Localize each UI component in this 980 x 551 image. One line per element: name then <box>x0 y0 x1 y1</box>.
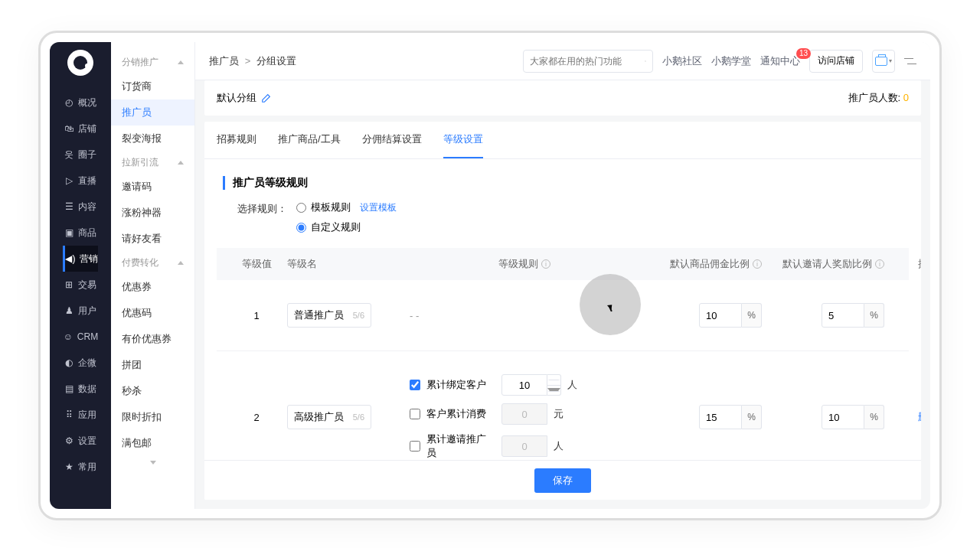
bag-icon: 🛍 <box>64 123 74 134</box>
sub-item-推广员[interactable]: 推广员 <box>111 99 194 126</box>
edit-icon[interactable] <box>261 93 272 103</box>
swap-icon <box>904 57 916 66</box>
video-icon: ▷ <box>64 175 74 186</box>
nav-常用[interactable]: ★常用 <box>63 454 98 480</box>
th-invite: 默认邀请人奖励比例i <box>762 257 884 271</box>
link-community[interactable]: 小鹅社区 <box>662 54 702 68</box>
level-name-input[interactable]: 普通推广员5/6 <box>287 303 371 328</box>
level-table: 等级值 等级名 等级规则i 默认商品佣金比例i 默认邀请人奖励比例i 操作 1 … <box>217 248 909 484</box>
nav-用户[interactable]: ♟用户 <box>63 298 98 324</box>
search-icon <box>645 56 646 67</box>
people-icon: 웃 <box>64 149 74 160</box>
nav-交易[interactable]: ⊞交易 <box>63 272 98 298</box>
nav-数据[interactable]: ▤数据 <box>63 376 98 402</box>
nav-内容[interactable]: ☰内容 <box>63 194 98 220</box>
template-settings-link[interactable]: 设置模板 <box>360 201 397 214</box>
search-input[interactable] <box>530 56 645 67</box>
th-level-val: 等级值 <box>226 257 287 271</box>
cell-level: 1 <box>226 310 287 321</box>
nav-营销[interactable]: ◀)营销 <box>63 246 98 272</box>
spinner[interactable] <box>547 374 561 396</box>
sub-group-拉新引流[interactable]: 拉新引流 <box>111 152 194 174</box>
nav-CRM[interactable]: ☺CRM <box>63 324 98 350</box>
sub-item-秒杀[interactable]: 秒杀 <box>111 378 194 404</box>
rule-checkbox[interactable] <box>410 409 420 419</box>
info-icon[interactable]: i <box>875 259 884 269</box>
gear-icon: ⚙ <box>64 435 74 446</box>
print-button[interactable]: ▾ <box>872 50 895 73</box>
sub-group-付费转化[interactable]: 付费转化 <box>111 252 194 274</box>
radio-custom[interactable]: 自定义规则 <box>296 220 397 234</box>
user-icon: ♟ <box>64 305 74 316</box>
cell-level: 2 <box>226 412 287 423</box>
sub-item-订货商[interactable]: 订货商 <box>111 73 194 99</box>
nav-店铺[interactable]: 🛍店铺 <box>63 116 98 142</box>
sub-item-优惠券[interactable]: 优惠券 <box>111 274 194 300</box>
visit-shop-button[interactable]: 访问店铺 <box>809 50 863 73</box>
radio-template[interactable]: 模板规则 设置模板 <box>296 201 397 214</box>
nav-商品[interactable]: ▣商品 <box>63 220 98 246</box>
rule-checkbox[interactable] <box>410 441 420 452</box>
sub-item-请好友看[interactable]: 请好友看 <box>111 226 194 252</box>
group-name: 默认分组 <box>217 91 256 105</box>
rule-checkbox[interactable] <box>410 380 420 390</box>
sub-item-优惠码[interactable]: 优惠码 <box>111 300 194 326</box>
chevron-up-icon <box>178 161 184 165</box>
level-name-input[interactable]: 高级推广员5/6 <box>287 405 371 429</box>
cell-rules: 累计绑定客户 人 客户累计消费 元 累计邀请推广员 人 <box>410 374 639 460</box>
breadcrumb: 推广员 > 分组设置 <box>209 54 296 68</box>
cell-rules: - - <box>410 310 639 321</box>
nav-设置[interactable]: ⚙设置 <box>63 428 98 454</box>
delete-link[interactable]: 删除 <box>918 411 921 422</box>
sub-item-有价优惠券[interactable]: 有价优惠券 <box>111 326 194 352</box>
sub-item-裂变海报[interactable]: 裂变海报 <box>111 126 194 152</box>
nav-概况[interactable]: ◴概况 <box>63 90 98 116</box>
rule-select-label: 选择规则： <box>226 201 287 216</box>
nav-圈子[interactable]: 웃圈子 <box>63 142 98 168</box>
sub-group-分销推广[interactable]: 分销推广 <box>111 51 194 73</box>
tab-等级设置[interactable]: 等级设置 <box>443 122 483 158</box>
save-bar: 保存 <box>204 460 921 500</box>
invite-input[interactable] <box>822 405 864 429</box>
rule-line: 累计邀请推广员 人 <box>410 432 639 460</box>
tab-body: 推广员等级规则 选择规则： 模板规则 设置模板 自定义规则 <box>204 159 921 500</box>
clock-icon: ◴ <box>64 97 74 108</box>
nav-企微[interactable]: ◐企微 <box>63 350 98 376</box>
printer-icon <box>875 57 887 66</box>
star-icon: ★ <box>64 461 74 472</box>
nav-直播[interactable]: ▷直播 <box>63 168 98 194</box>
nav-应用[interactable]: ⠿应用 <box>63 402 98 428</box>
invite-input[interactable] <box>822 303 864 328</box>
notify-badge: 13 <box>796 48 811 59</box>
info-icon[interactable]: i <box>541 259 550 269</box>
tab-招募规则[interactable]: 招募规则 <box>217 122 256 158</box>
tab-分佣结算设置[interactable]: 分佣结算设置 <box>362 122 422 158</box>
sub-item-拼团[interactable]: 拼团 <box>111 352 194 378</box>
th-comm: 默认商品佣金比例i <box>639 257 762 271</box>
swap-button[interactable] <box>904 57 916 66</box>
info-icon[interactable]: i <box>753 259 762 269</box>
sub-item-涨粉神器[interactable]: 涨粉神器 <box>111 200 194 226</box>
main-nav: ◴概况🛍店铺웃圈子▷直播☰内容▣商品◀)营销⊞交易♟用户☺CRM◐企微▤数据⠿应… <box>50 42 111 509</box>
link-school[interactable]: 小鹅学堂 <box>711 54 751 68</box>
promoter-count: 推广员人数: 0 <box>848 91 909 105</box>
save-button[interactable]: 保存 <box>534 468 591 493</box>
cell-op: - - <box>884 310 921 321</box>
apps-icon: ⠿ <box>64 409 74 420</box>
sub-item-邀请码[interactable]: 邀请码 <box>111 174 194 200</box>
search-box[interactable] <box>523 50 653 73</box>
commission-input[interactable] <box>699 405 742 429</box>
topbar: 推广员 > 分组设置 小鹅社区 小鹅学堂 通知中心 13 访问店铺 ▾ <box>195 42 930 80</box>
wechat-icon: ◐ <box>64 357 74 368</box>
group-header: 默认分组 推广员人数: 0 <box>204 80 921 116</box>
link-notify[interactable]: 通知中心 13 <box>760 54 800 68</box>
logo[interactable] <box>67 50 93 76</box>
commission-input[interactable] <box>699 303 742 328</box>
chevron-down-icon[interactable] <box>150 461 156 465</box>
tab-推广商品/工具[interactable]: 推广商品/工具 <box>278 122 341 158</box>
doc-icon: ☰ <box>64 201 74 212</box>
th-op: 操作 <box>884 257 921 271</box>
sub-item-限时折扣[interactable]: 限时折扣 <box>111 404 194 430</box>
sub-item-满包邮[interactable]: 满包邮 <box>111 430 194 456</box>
rule-value-input[interactable] <box>501 374 547 396</box>
